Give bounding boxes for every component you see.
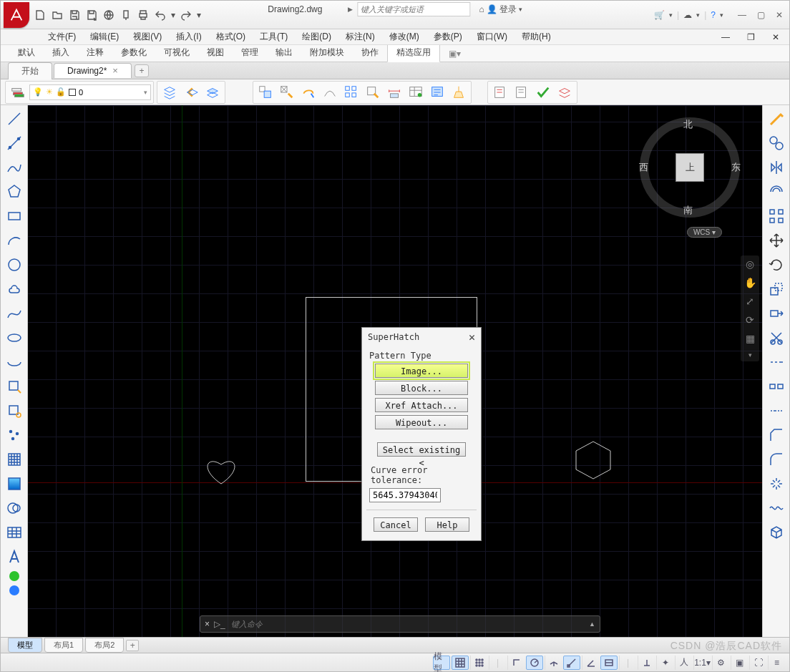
nav-wheel-icon[interactable]: ◎	[746, 258, 754, 270]
menu-modify[interactable]: 修改(M)	[382, 29, 426, 44]
match-props-button[interactable]	[277, 82, 297, 102]
trim-tool[interactable]	[765, 326, 788, 349]
arc-tool-button[interactable]	[320, 82, 340, 102]
select-existing-button[interactable]: Select existing <	[377, 442, 466, 457]
menu-file[interactable]: 文件(F)	[41, 29, 83, 44]
array-tool[interactable]	[765, 205, 788, 228]
search-arrow-icon[interactable]: ▶	[348, 6, 353, 13]
status-sc-icon[interactable]: ✦	[656, 656, 673, 670]
layer-prev-button[interactable]	[181, 82, 201, 102]
doc-close-icon[interactable]: ✕	[765, 31, 786, 44]
close-button[interactable]: ✕	[774, 9, 785, 21]
notebook1-button[interactable]	[490, 82, 510, 102]
tolerance-input[interactable]	[369, 488, 441, 502]
ellipse-arc-tool[interactable]	[3, 351, 26, 374]
rtab-expand-icon[interactable]: ▣▾	[440, 46, 469, 62]
point-tool[interactable]	[3, 424, 26, 447]
mirror-tool[interactable]	[765, 156, 788, 179]
wcs-badge[interactable]: WCS ▾	[687, 227, 722, 238]
status-polar-icon[interactable]	[526, 656, 543, 670]
arc-tool[interactable]	[3, 229, 26, 252]
undo-dd-icon[interactable]: ▾	[170, 7, 177, 23]
nav-show-icon[interactable]: ▦	[746, 333, 755, 344]
rtab-addon[interactable]: 附加模块	[301, 44, 353, 62]
rtab-annotate[interactable]: 注释	[78, 44, 112, 62]
signin-area[interactable]: ⌂ 👤 登录 ▾	[479, 4, 522, 16]
status-ortho-icon[interactable]	[507, 656, 525, 670]
redo-dd-icon[interactable]: ▾	[195, 7, 203, 23]
erase-tool[interactable]	[765, 107, 788, 130]
ellipse-tool[interactable]	[3, 326, 26, 349]
menu-draw[interactable]: 绘图(D)	[295, 29, 338, 44]
cmd-close-icon[interactable]: ×	[205, 619, 210, 629]
move-tool[interactable]	[765, 229, 788, 252]
dialog-close-icon[interactable]: ✕	[469, 331, 475, 344]
rtab-vis[interactable]: 可视化	[155, 44, 198, 62]
viewcube-top-face[interactable]: 上	[676, 153, 704, 182]
status-lwt-icon[interactable]	[600, 656, 618, 670]
status-qs-icon[interactable]: 人	[675, 656, 692, 670]
rtab-insert[interactable]: 插入	[44, 44, 78, 62]
scale-tool[interactable]	[765, 278, 788, 301]
minimize-button[interactable]: —	[736, 9, 748, 21]
menu-param[interactable]: 参数(P)	[426, 29, 469, 44]
status-custom-icon[interactable]: ≡	[768, 656, 785, 670]
array-button[interactable]	[341, 82, 361, 102]
rtab-output[interactable]: 输出	[267, 44, 301, 62]
cloud-tool[interactable]	[3, 278, 26, 301]
circle-tool[interactable]	[3, 253, 26, 276]
fillet-tool[interactable]	[765, 448, 788, 471]
cancel-button[interactable]: Cancel	[374, 517, 418, 532]
new-tab-button[interactable]: +	[135, 64, 149, 77]
menu-window[interactable]: 窗口(W)	[469, 29, 515, 44]
polygon-tool[interactable]	[3, 180, 26, 203]
stretch-tool[interactable]	[765, 302, 788, 325]
maximize-button[interactable]: ▢	[755, 9, 766, 21]
cmd-history-icon[interactable]: ▲	[589, 620, 595, 628]
wipeout-button[interactable]: Wipeout...	[375, 415, 468, 429]
help-icon[interactable]: ?	[711, 10, 716, 20]
hatch-tool[interactable]	[3, 448, 26, 471]
tab-close-icon[interactable]: ×	[112, 67, 118, 74]
open-icon[interactable]	[49, 7, 65, 23]
make-block-tool[interactable]	[3, 399, 26, 422]
help-search-input[interactable]	[357, 2, 470, 16]
print-icon[interactable]	[135, 7, 151, 23]
menu-view[interactable]: 视图(V)	[126, 29, 169, 44]
web-open-icon[interactable]	[101, 7, 117, 23]
undo-icon[interactable]	[152, 7, 168, 23]
save-icon[interactable]	[67, 7, 82, 23]
region-tool[interactable]	[3, 497, 26, 520]
spline-tool[interactable]	[3, 302, 26, 325]
status-angle-icon[interactable]	[582, 656, 599, 670]
menu-format[interactable]: 格式(O)	[209, 29, 253, 44]
notebook2-button[interactable]	[512, 82, 532, 102]
layer-dropdown[interactable]: 💡 ☀ 🔓 0 ▾	[29, 84, 151, 100]
rtab-default[interactable]: 默认	[9, 44, 44, 62]
table-tool[interactable]	[3, 521, 26, 544]
dim-button[interactable]	[384, 82, 404, 102]
menu-edit[interactable]: 编辑(E)	[83, 29, 126, 44]
navigation-bar[interactable]: ◎ ✋ ⤢ ⟳ ▦ ▾	[741, 255, 759, 361]
app-menu-button[interactable]	[4, 2, 29, 28]
new-icon[interactable]	[32, 7, 48, 23]
revcloud-button[interactable]	[298, 82, 318, 102]
status-grid-icon[interactable]	[452, 656, 469, 670]
tab-start[interactable]: 开始	[8, 62, 52, 79]
help-button[interactable]: Help	[425, 517, 469, 532]
status-monitor-icon[interactable]: ▣	[731, 656, 748, 670]
status-iso-icon[interactable]	[545, 656, 562, 670]
layers-edit-button[interactable]	[555, 82, 575, 102]
rect-tool[interactable]	[3, 205, 26, 228]
dialog-titlebar[interactable]: SuperHatch ✕	[362, 328, 481, 346]
status-model-button[interactable]: 模型	[433, 656, 450, 670]
tab-layout1[interactable]: 布局1	[44, 638, 83, 653]
web-save-icon[interactable]	[118, 7, 134, 23]
tab-layout2[interactable]: 布局2	[85, 638, 124, 653]
layer-states-button[interactable]	[160, 82, 180, 102]
status-gear-icon[interactable]: ⚙	[712, 656, 729, 670]
a360-icon[interactable]: ☁	[683, 10, 692, 20]
text-tool[interactable]	[3, 545, 26, 568]
explode-tool[interactable]	[765, 472, 788, 495]
rtab-manage[interactable]: 管理	[233, 44, 267, 62]
